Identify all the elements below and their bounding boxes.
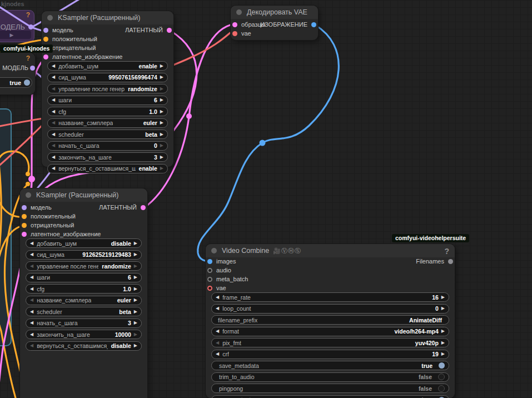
widget-добавить_шум[interactable]: ◀добавить_шумenable▶ xyxy=(47,61,168,71)
widget-вернуться_с_оставшимся_шу ...[interactable]: ◀вернуться_с_оставшимся_шу ...disable▶ xyxy=(26,341,142,351)
output-dot-model[interactable] xyxy=(30,66,35,71)
cond-endpoint-dot-2[interactable] xyxy=(26,182,30,186)
toggle-knob[interactable] xyxy=(438,374,445,380)
widget-crf[interactable]: ◀crf19▶ xyxy=(211,350,449,359)
input-audio[interactable]: audio xyxy=(207,266,231,275)
collapse-dot[interactable] xyxy=(47,15,53,21)
widget-decrement-arrow[interactable]: ◀ xyxy=(52,143,55,148)
widget-закончить_на_шаге[interactable]: ◀закончить_на_шаге10000▶ xyxy=(26,330,142,339)
widget-название_сэмплера[interactable]: ◀название_сэмплераeuler▶ xyxy=(47,118,168,128)
widget-начать_с_шага[interactable]: ◀начать_с_шага3▶ xyxy=(26,319,142,328)
widget-добавить_шум[interactable]: ◀добавить_шумdisable▶ xyxy=(26,238,142,248)
widget-increment-arrow[interactable]: ▶ xyxy=(134,241,137,246)
widget-increment-arrow[interactable]: ▶ xyxy=(160,155,163,160)
widget-decrement-arrow[interactable]: ◀ xyxy=(216,306,219,311)
node-help-icon[interactable]: ? xyxy=(26,54,30,62)
reroute-dot-image[interactable] xyxy=(260,140,266,146)
widget-decrement-arrow[interactable]: ◀ xyxy=(52,110,55,114)
widget-decrement-arrow[interactable]: ◀ xyxy=(30,264,33,268)
widget-decrement-arrow[interactable]: ◀ xyxy=(216,329,219,334)
widget-increment-arrow[interactable]: ▶ xyxy=(134,287,137,291)
widget-increment-arrow[interactable]: ▶ xyxy=(160,166,163,171)
output-dot-ИЗОБРАЖЕНИЕ[interactable] xyxy=(311,22,316,27)
output-Filenames[interactable]: Filenames xyxy=(416,257,453,266)
widget-increment-arrow[interactable]: ▶ xyxy=(134,310,137,314)
input-dot-audio[interactable] xyxy=(207,268,212,273)
widget-increment-arrow[interactable]: ▶ xyxy=(160,143,163,148)
widget-decrement-arrow[interactable]: ◀ xyxy=(52,87,55,91)
input-dot-images[interactable] xyxy=(207,259,212,264)
widget-increment-arrow[interactable]: ▶ xyxy=(134,298,137,302)
widget-loop_count[interactable]: ◀loop_count0▶ xyxy=(211,304,449,314)
widget-increment-arrow[interactable]: ▶ xyxy=(441,329,445,334)
cond-endpoint-dot-1[interactable] xyxy=(26,172,30,176)
input-dot-meta_batch[interactable] xyxy=(207,277,212,282)
widget-decrement-arrow[interactable]: ◀ xyxy=(52,166,55,171)
widget-decrement-arrow[interactable]: ◀ xyxy=(52,121,55,125)
output-dot-Filenames[interactable] xyxy=(448,259,453,264)
node-ksampler-advanced-top[interactable]: KSampler (Расширенный) модельЛАТЕНТНЫЙпо… xyxy=(42,11,173,167)
widget-вернуться_с_оставшимся_шу ...[interactable]: ◀вернуться_с_оставшимся_шу ...enable▶ xyxy=(47,164,168,173)
reroute-dot-latent-mid[interactable] xyxy=(186,113,192,119)
collapse-dot[interactable] xyxy=(211,248,217,253)
input-dot-латентное_изображение[interactable] xyxy=(43,54,48,59)
node-ksampler-advanced-bottom[interactable]: KSampler (Расширенный) модельЛАТЕНТНЫЙпо… xyxy=(20,188,147,398)
widget-cfg[interactable]: ◀cfg1.0▶ xyxy=(26,284,142,293)
widget-filename_prefix[interactable]: filename_prefixAnimateDiff xyxy=(211,315,449,325)
input-vae[interactable]: vae xyxy=(232,29,251,38)
widget-decrement-arrow[interactable]: ◀ xyxy=(52,155,55,160)
node-partial-purple[interactable]: ? МОДЕЛЬ ▶ xyxy=(0,10,34,42)
widget-decrement-arrow[interactable]: ◀ xyxy=(216,341,219,345)
input-dot-модель[interactable] xyxy=(43,28,48,33)
node-partial-blue[interactable] xyxy=(0,108,12,346)
widget-decrement-arrow[interactable]: ◀ xyxy=(30,344,33,348)
widget-управление после генерац...[interactable]: ◀управление после генерац...randomize▶ xyxy=(47,84,168,93)
input-положительный[interactable]: положительный xyxy=(43,34,97,43)
node-help-icon[interactable]: ? xyxy=(26,11,30,19)
widget-decrement-arrow[interactable]: ◀ xyxy=(52,98,55,102)
widget-increment-arrow[interactable]: ▶ xyxy=(160,121,163,125)
widget-decrement-arrow[interactable]: ◀ xyxy=(30,298,33,302)
input-dot-модель[interactable] xyxy=(22,205,27,210)
widget-increment-arrow[interactable]: ▶ xyxy=(134,252,137,257)
widget-pingpong[interactable]: pingpongfalse xyxy=(211,384,449,393)
widget-сид_шума[interactable]: ◀сид_шума912625219129483▶ xyxy=(26,250,142,260)
boolean-toggle[interactable]: true xyxy=(0,77,32,88)
node-help-icon[interactable]: ? xyxy=(444,247,449,256)
output-dot-ЛАТЕНТНЫЙ[interactable] xyxy=(167,28,172,33)
input-положительный[interactable]: положительный xyxy=(22,212,76,221)
widget-scheduler[interactable]: ◀schedulerbeta▶ xyxy=(26,307,142,316)
widget-decrement-arrow[interactable]: ◀ xyxy=(216,295,219,300)
input-images[interactable]: images xyxy=(207,257,236,266)
input-dot-vae[interactable] xyxy=(207,286,212,291)
widget-закончить_на_шаге[interactable]: ◀закончить_на_шаге3▶ xyxy=(47,152,168,162)
widget-decrement-arrow[interactable]: ◀ xyxy=(52,132,55,137)
widget-increment-arrow[interactable]: ▶ xyxy=(441,306,445,311)
output-dot-ЛАТЕНТНЫЙ[interactable] xyxy=(141,205,146,210)
input-латентное_изображение[interactable]: латентное_изображение xyxy=(22,230,101,238)
widget-decrement-arrow[interactable]: ◀ xyxy=(30,321,33,325)
widget-save_metadata[interactable]: save_metadatatrue xyxy=(211,361,449,370)
toggle-knob[interactable] xyxy=(438,385,445,392)
widget-pix_fmt[interactable]: ◀pix_fmtyuv420p▶ xyxy=(211,338,449,347)
widget-increment-arrow[interactable]: ▶ xyxy=(441,295,445,300)
widget-increment-arrow[interactable]: ▶ xyxy=(160,110,163,114)
widget-save_output[interactable]: save_outputtrue xyxy=(211,395,449,398)
widget-название_сэмплера[interactable]: ◀название_сэмплераeuler▶ xyxy=(26,296,142,305)
input-модель[interactable]: модель xyxy=(22,203,52,212)
node-model-toggle[interactable]: ? МОДЕЛЬ true xyxy=(0,53,35,94)
widget-increment-arrow[interactable]: ▶ xyxy=(441,341,445,345)
widget-начать_с_шага[interactable]: ◀начать_с_шага0▶ xyxy=(47,141,168,151)
play-button[interactable]: ▶ xyxy=(0,31,31,39)
widget-decrement-arrow[interactable]: ◀ xyxy=(30,287,33,291)
widget-decrement-arrow[interactable]: ◀ xyxy=(30,241,33,246)
input-dot-отрицательный[interactable] xyxy=(22,223,27,228)
widget-increment-arrow[interactable]: ▶ xyxy=(441,352,445,356)
input-dot-положительный[interactable] xyxy=(22,214,27,219)
widget-сид_шума[interactable]: ◀сид_шума995076156996474▶ xyxy=(47,73,168,82)
widget-decrement-arrow[interactable]: ◀ xyxy=(52,64,55,68)
widget-increment-arrow[interactable]: ▶ xyxy=(134,344,137,348)
output-ЛАТЕНТНЫЙ[interactable]: ЛАТЕНТНЫЙ xyxy=(99,203,146,212)
widget-format[interactable]: ◀formatvideo/h264-mp4▶ xyxy=(211,327,449,336)
collapse-dot[interactable] xyxy=(236,9,242,15)
